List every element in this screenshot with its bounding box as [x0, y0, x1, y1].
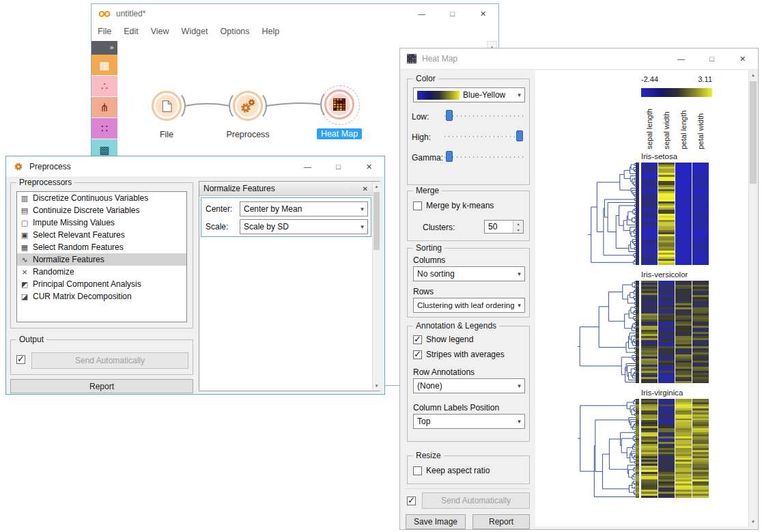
heatmap-column-label: sepal length — [645, 100, 654, 150]
maximize-button[interactable]: □ — [696, 48, 727, 69]
heatmap-column-label: petal width — [696, 100, 705, 150]
low-slider[interactable] — [444, 110, 525, 121]
heatmap-column-label: sepal width — [662, 100, 671, 150]
spin-up-icon[interactable]: ▴ — [513, 221, 523, 227]
preprocessor-item-continuize-discrete-variables[interactable]: ▤Continuize Discrete Variables — [17, 204, 186, 216]
scroll-up-icon[interactable]: ▴ — [373, 182, 380, 191]
output-group-label: Output — [16, 335, 46, 344]
minimize-button[interactable]: — — [406, 4, 437, 23]
preprocessors-group: Preprocessors ▥Discretize Continuous Var… — [10, 182, 193, 328]
report-button[interactable]: Report — [10, 379, 193, 393]
send-automatically-checkbox[interactable] — [16, 355, 25, 364]
menu-options[interactable]: Options — [220, 27, 249, 36]
maximize-button[interactable]: □ — [323, 156, 354, 177]
menu-widget[interactable]: Widget — [182, 27, 208, 36]
preprocessor-item-principal-component-analysis[interactable]: ◩Principal Component Analysis — [17, 278, 186, 290]
menu-view[interactable]: View — [151, 27, 169, 36]
legend-min-label: -2.44 — [641, 75, 658, 83]
heatmap-app-icon — [407, 54, 417, 64]
column-labels-position-combo[interactable]: Top ▾ — [413, 414, 525, 429]
preprocessor-item-select-relevant-features[interactable]: ▣Select Relevant Features — [17, 229, 186, 241]
display-scrollbar[interactable]: ▴ ▾ — [748, 70, 757, 527]
annotation-group-label: Annotation & Legends — [413, 321, 499, 331]
impute-icon: ▢ — [20, 219, 29, 227]
main-titlebar[interactable]: untitled* — □ ✕ — [91, 4, 498, 24]
legend-max-label: 3.11 — [681, 75, 712, 83]
heatmap-titlebar[interactable]: Heat Map — □ ✕ — [400, 48, 758, 70]
scale-combo[interactable]: Scale by SD ▾ — [240, 219, 368, 234]
scroll-down-icon[interactable]: ▾ — [373, 381, 380, 391]
preprocessor-label: Randomize — [33, 267, 74, 277]
row-annotations-combo[interactable]: (None) ▾ — [413, 378, 525, 393]
scrollbar-thumb[interactable] — [373, 192, 380, 250]
rows-sorting-combo[interactable]: Clustering with leaf ordering ▾ — [413, 298, 525, 313]
normalize-icon: ∿ — [20, 255, 29, 264]
preprocessor-item-randomize[interactable]: ×Randomize — [17, 266, 186, 278]
editor-scrollbar[interactable]: ▴ ▾ — [372, 182, 380, 391]
minimize-button[interactable]: — — [292, 156, 323, 177]
cluster-dendrogram — [578, 399, 636, 498]
palette-combo[interactable]: Blue-Yellow ▾ — [413, 87, 525, 102]
low-slider-label: Low: — [412, 112, 429, 122]
high-slider[interactable] — [444, 130, 525, 141]
stripes-checkbox[interactable] — [413, 350, 422, 359]
merge-group-label: Merge — [413, 186, 442, 195]
merge-kmeans-label: Merge by k-means — [426, 201, 494, 210]
main-window-title: untitled* — [116, 9, 145, 18]
preprocessor-item-normalize-features[interactable]: ∿Normalize Features — [17, 253, 186, 266]
high-slider-handle[interactable] — [516, 130, 523, 141]
preprocessor-item-select-random-features[interactable]: ▦Select Random Features — [17, 241, 186, 253]
menu-edit[interactable]: Edit — [124, 27, 139, 36]
scroll-down-icon[interactable]: ▾ — [749, 517, 757, 527]
cluster-dendrogram — [578, 163, 636, 265]
resize-group: Resize Keep aspect ratio — [407, 456, 530, 484]
preprocessor-item-impute-missing-values[interactable]: ▢Impute Missing Values — [17, 216, 186, 229]
menu-bar: FileEditViewWidgetOptionsHelp — [91, 23, 498, 40]
center-combo[interactable]: Center by Mean ▾ — [240, 201, 368, 216]
editor-close-icon[interactable]: ✕ — [363, 185, 368, 193]
close-button[interactable]: ✕ — [354, 156, 384, 177]
scrollbar-thumb[interactable] — [750, 81, 757, 184]
cluster-dendrogram — [578, 281, 636, 383]
show-legend-checkbox[interactable] — [413, 335, 422, 344]
editor-title: Normalize Features — [203, 184, 275, 193]
low-slider-handle[interactable] — [446, 110, 453, 121]
preprocessors-list[interactable]: ▥Discretize Continuous Variables▤Continu… — [16, 191, 187, 322]
close-button[interactable]: ✕ — [468, 4, 498, 23]
preprocess-titlebar[interactable]: Preprocess — □ ✕ — [6, 156, 384, 178]
heatmap-display[interactable]: -2.44 3.11 sepal lengthsepal widthpetal … — [535, 70, 748, 527]
spin-down-icon[interactable]: ▾ — [513, 227, 523, 233]
maximize-button[interactable]: □ — [437, 4, 468, 23]
preprocessor-label: Principal Component Analysis — [33, 279, 141, 289]
chevron-down-icon: ▾ — [514, 418, 524, 425]
resize-group-label: Resize — [413, 451, 444, 460]
minimize-button[interactable]: — — [666, 48, 696, 69]
clusters-spinbox[interactable]: 50 ▴ ▾ — [484, 220, 524, 234]
send-automatically-button[interactable]: Send Automatically — [31, 352, 188, 369]
send-automatically-checkbox[interactable] — [407, 496, 416, 505]
keep-aspect-checkbox[interactable] — [413, 466, 422, 475]
heatmap-window-title: Heat Map — [422, 54, 457, 64]
report-button[interactable]: Report — [472, 514, 530, 529]
gamma-slider-handle[interactable] — [446, 151, 453, 162]
row-annotations-label: Row Annotations — [413, 367, 475, 377]
chevron-down-icon: ▾ — [514, 382, 524, 389]
close-button[interactable]: ✕ — [727, 48, 758, 69]
cluster-heatmap — [636, 399, 709, 498]
preprocess-window-title: Preprocess — [29, 162, 71, 171]
gamma-slider[interactable] — [444, 151, 525, 162]
menu-help[interactable]: Help — [262, 27, 280, 36]
columns-sorting-combo[interactable]: No sorting ▾ — [413, 266, 525, 281]
preprocess-window: Preprocess — □ ✕ Preprocessors ▥Discreti… — [5, 156, 385, 395]
save-image-button[interactable]: Save Image — [406, 514, 466, 529]
send-automatically-button[interactable]: Send Automatically — [422, 492, 530, 509]
cluster-heatmap — [636, 281, 709, 383]
menu-file[interactable]: File — [98, 27, 111, 36]
preprocessor-item-discretize-continuous-variables[interactable]: ▥Discretize Continuous Variables — [17, 192, 186, 204]
merge-kmeans-checkbox[interactable] — [413, 201, 422, 210]
heatmap-widget-icon — [328, 94, 350, 115]
preprocessor-item-cur-matrix-decomposition[interactable]: ◪CUR Matrix Decomposition — [17, 290, 186, 303]
node-ring — [324, 89, 354, 120]
scroll-up-icon[interactable]: ▴ — [749, 70, 757, 80]
file-widget-icon — [156, 95, 178, 117]
